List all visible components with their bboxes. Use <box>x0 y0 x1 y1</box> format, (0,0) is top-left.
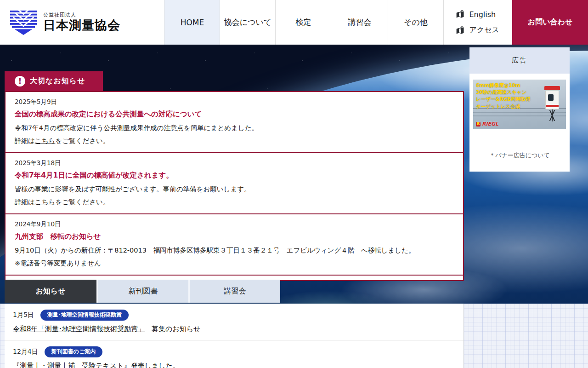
notice-detail: 詳細はこちらをご覧ください。 <box>15 137 454 145</box>
news-link[interactable]: 令和8年「測量･地理空間情報技術奨励賞」 <box>13 325 145 333</box>
site-logo[interactable]: 公益社団法人 日本測量協会 <box>0 0 164 45</box>
header: 公益社団法人 日本測量協会 HOME 協会について 検定 講習会 その他 Eng… <box>0 0 588 45</box>
news-category-badge: 新刊図書のご案内 <box>45 346 103 357</box>
news-date: 1月5日 <box>13 311 34 319</box>
news-category-badge: 測量･地理空間情報技術奨励賞 <box>40 310 129 321</box>
kochira-link[interactable]: こちら <box>35 198 56 206</box>
riegl-ad-banner[interactable]: 6mm解像度@10m 30秒の超高速スキャン レーザー&RGB同時取得 ターゲッ… <box>473 80 566 129</box>
notice-item: 2024年9月10日 九州支部 移転のお知らせ 9月10日（火）からの新住所：〒… <box>6 214 463 276</box>
org-name: 日本測量協会 <box>43 18 120 32</box>
notice-date: 2024年9月10日 <box>15 220 454 229</box>
ad-line: レーザー&RGB同時取得 <box>476 96 530 103</box>
notice-title-link[interactable]: 全国の標高成果の改定における公共測量への対応について <box>15 109 454 119</box>
notice-title-link[interactable]: 令和7年4月1日に全国の標高値が改定されます。 <box>15 171 454 180</box>
news-item: 12月4日 新刊図書のご案内 『測量士・測量士補 受験テキスト』発売しました。 <box>5 340 464 368</box>
notice-date: 2025年3月18日 <box>15 159 454 167</box>
notice-item: 2025年3月18日 令和7年4月1日に全国の標高値が改定されます。 皆様の事業… <box>6 153 463 214</box>
riegl-logo-icon: R <box>476 122 481 126</box>
ad-text-lines: 6mm解像度@10m 30秒の超高速スキャン レーザー&RGB同時取得 ターゲッ… <box>476 82 530 110</box>
important-notice-label: 大切なお知らせ <box>30 76 85 86</box>
access-link[interactable]: アクセス <box>456 25 512 35</box>
tab-new-books[interactable]: 新刊図書 <box>96 280 188 303</box>
nav-about[interactable]: 協会について <box>220 0 275 45</box>
notice-body: 令和7年4月の標高改定に伴う公共測量成果作成の注意点を簡単にまとめました。 <box>15 123 454 133</box>
important-notice-heading: ! 大切なお知らせ <box>5 71 103 91</box>
utility-links: English アクセス <box>443 0 512 45</box>
banner-ad-info-link[interactable]: ＊バナー広告について <box>489 152 550 159</box>
notice-title-link[interactable]: 九州支部 移転のお知らせ <box>15 232 454 242</box>
news-item: 1月5日 測量･地理空間情報技術奨励賞 令和8年「測量･地理空間情報技術奨励賞」… <box>5 304 464 340</box>
nav-courses[interactable]: 講習会 <box>331 0 388 45</box>
site-title: 公益社団法人 日本測量協会 <box>43 12 120 33</box>
news-suffix: 募集のお知らせ <box>145 325 200 333</box>
news-tabs: お知らせ 新刊図書 講習会 <box>5 280 280 303</box>
news-date: 12月4日 <box>13 348 38 356</box>
tab-courses[interactable]: 講習会 <box>188 280 280 303</box>
nav-others[interactable]: その他 <box>388 0 443 45</box>
nav-home[interactable]: HOME <box>164 0 220 45</box>
ad-body: 6mm解像度@10m 30秒の超高速スキャン レーザー&RGB同時取得 ターゲッ… <box>469 74 570 172</box>
notice-detail: 詳細はこちらをご覧ください。 <box>15 198 454 207</box>
detail-prefix: 詳細は <box>15 198 35 206</box>
tab-oshirase[interactable]: お知らせ <box>5 280 96 303</box>
ad-panel: 広告 6mm解像度@10m 30秒の超高速スキャン レーザー&RGB同時取得 タ… <box>469 47 570 172</box>
map-icon <box>456 10 465 19</box>
notice-body: 9月10日（火）からの新住所：〒812-0013 福岡市博多区博多駅東３丁目１３… <box>15 246 454 256</box>
news-link[interactable]: 『測量士・測量士補 受験テキスト』発売しました。 <box>13 362 180 368</box>
laser-scanner-image <box>543 86 561 121</box>
notice-note: ※電話番号等変更ありません <box>15 259 454 268</box>
detail-prefix: 詳細は <box>15 137 35 144</box>
ad-line: 30秒の超高速スキャン <box>476 89 530 96</box>
detail-suffix: をご覧ください。 <box>55 198 109 206</box>
nav-certification[interactable]: 検定 <box>275 0 331 45</box>
english-label: English <box>469 10 496 19</box>
ad-line: 6mm解像度@10m <box>476 82 530 89</box>
ad-line: ターゲットレス合成 <box>476 103 530 110</box>
detail-suffix: をご覧ください。 <box>55 137 109 144</box>
page: 公益社団法人 日本測量協会 HOME 協会について 検定 講習会 その他 Eng… <box>0 0 588 368</box>
access-label: アクセス <box>469 25 499 35</box>
riegl-brand-name: RIEGL <box>482 121 498 127</box>
kochira-link[interactable]: こちら <box>35 137 56 144</box>
riegl-logo: R RIEGL <box>476 121 498 127</box>
notice-body: 皆様の事業に影響を及ぼす可能性がございます。事前の準備をお願いします。 <box>15 184 454 195</box>
contact-button[interactable]: お問い合わせ <box>512 0 588 45</box>
notice-item: 2025年5月9日 全国の標高成果の改定における公共測量への対応について 令和7… <box>6 92 463 153</box>
surveying-association-logo-icon <box>9 9 38 36</box>
news-list: 1月5日 測量･地理空間情報技術奨励賞 令和8年「測量･地理空間情報技術奨励賞」… <box>5 304 464 368</box>
main-nav: HOME 協会について 検定 講習会 その他 <box>164 0 443 45</box>
org-type: 公益社団法人 <box>43 12 120 18</box>
exclamation-icon: ! <box>15 76 25 86</box>
notice-date: 2025年5月9日 <box>15 98 454 106</box>
important-notice-box: 2025年5月9日 全国の標高成果の改定における公共測量への対応について 令和7… <box>5 91 464 281</box>
english-link[interactable]: English <box>456 10 512 19</box>
map-icon <box>456 26 465 35</box>
ad-heading: 広告 <box>469 47 570 74</box>
